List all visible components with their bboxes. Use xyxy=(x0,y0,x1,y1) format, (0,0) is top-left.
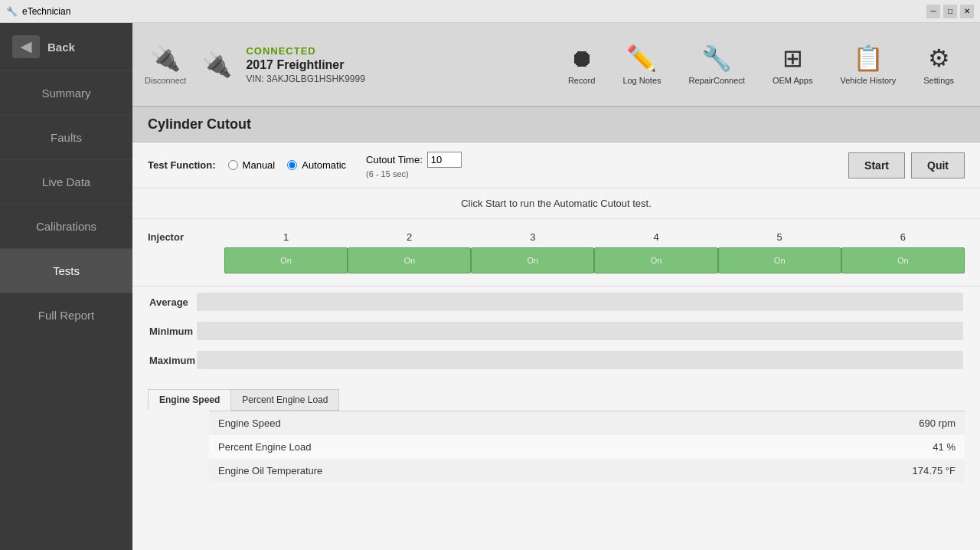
record-label: Record xyxy=(568,76,595,85)
title-bar: 🔧 eTechnician ─ □ ✕ xyxy=(0,0,980,23)
content-area: Test Function: Manual Automatic Cutout T… xyxy=(132,142,980,498)
minimize-button[interactable]: ─ xyxy=(926,5,940,18)
tab-percent-engine-load-label: Percent Engine Load xyxy=(242,394,328,405)
engine-oil-temp-label: Engine Oil Temperature xyxy=(209,459,712,483)
disconnect-icon: 🔌 xyxy=(150,44,181,73)
disconnect-icon-group[interactable]: 🔌 Disconnect xyxy=(145,44,186,85)
cutout-time-label: Cutout Time: xyxy=(366,154,423,165)
minimum-label: Minimum xyxy=(149,317,195,345)
injector-btn-2[interactable]: On xyxy=(348,247,471,273)
automatic-radio[interactable] xyxy=(287,160,297,170)
sidebar-item-summary[interactable]: Summary xyxy=(0,70,132,115)
log-notes-icon: ✏️ xyxy=(626,44,657,73)
average-label: Average xyxy=(149,288,195,316)
chart-tabs: Engine Speed Percent Engine Load xyxy=(132,383,980,411)
automatic-radio-group: Automatic xyxy=(287,159,346,171)
manual-radio-group: Manual xyxy=(228,159,276,171)
settings-icon-group[interactable]: ⚙ Settings xyxy=(910,44,968,85)
oem-apps-icon-group[interactable]: ⊞ OEM Apps xyxy=(759,44,827,85)
sidebar-item-label: Tests xyxy=(53,264,80,277)
record-icon: ⏺ xyxy=(570,44,594,73)
tab-percent-engine-load[interactable]: Percent Engine Load xyxy=(230,389,339,411)
vehicle-history-icon: 📋 xyxy=(853,44,884,73)
cutout-time-input[interactable] xyxy=(427,152,462,168)
injector-btn-1[interactable]: On xyxy=(224,247,348,273)
vehicle-history-icon-group[interactable]: 📋 Vehicle History xyxy=(826,44,910,85)
log-notes-icon-group[interactable]: ✏️ Log Notes xyxy=(609,44,675,85)
app-title: eTechnician xyxy=(22,6,70,17)
back-button[interactable]: ◀ Back xyxy=(0,23,132,70)
back-label: Back xyxy=(47,41,75,54)
maximum-label: Maximum xyxy=(149,346,195,374)
oem-apps-icon: ⊞ xyxy=(782,44,803,73)
injector-col-1: 1 xyxy=(224,231,348,247)
cutout-time-range: (6 - 15 sec) xyxy=(366,169,409,178)
average-bar-bg xyxy=(197,293,963,311)
cutout-time-row: Cutout Time: xyxy=(366,152,462,168)
sidebar-item-live-data[interactable]: Live Data xyxy=(0,159,132,204)
sidebar-item-label: Calibrations xyxy=(36,220,96,233)
data-table-section: Engine Speed 690 rpm Percent Engine Load… xyxy=(132,411,980,498)
injector-section: Injector 1 2 3 4 5 6 xyxy=(132,219,980,286)
app-layout: ◀ Back Summary Faults Live Data Calibrat… xyxy=(0,23,980,550)
injector-btn-3[interactable]: On xyxy=(471,247,594,273)
test-function-label: Test Function: xyxy=(148,159,216,171)
average-row: Average xyxy=(149,288,963,316)
manual-label[interactable]: Manual xyxy=(243,159,276,171)
minimum-bar xyxy=(197,317,963,345)
manual-radio[interactable] xyxy=(228,160,238,170)
log-notes-label: Log Notes xyxy=(622,76,661,85)
automatic-label[interactable]: Automatic xyxy=(302,159,346,171)
table-row: Engine Oil Temperature 174.75 °F xyxy=(209,459,965,483)
restore-button[interactable]: □ xyxy=(943,5,957,18)
record-icon-group[interactable]: ⏺ Record xyxy=(554,44,609,85)
close-button[interactable]: ✕ xyxy=(960,5,974,18)
sidebar-item-label: Summary xyxy=(41,87,90,100)
connection-status: CONNECTED xyxy=(246,45,554,57)
connected-plug-icon: 🔌 xyxy=(201,50,232,79)
injector-btn-6[interactable]: On xyxy=(841,247,965,273)
sidebar-item-label: Faults xyxy=(51,131,82,144)
settings-icon: ⚙ xyxy=(928,44,950,73)
test-buttons: Start Quit xyxy=(848,152,965,178)
maximum-row: Maximum xyxy=(149,346,963,374)
vehicle-vin: VIN: 3AKJGLBG1HSHK9999 xyxy=(246,74,554,84)
injector-btn-4[interactable]: On xyxy=(594,247,717,273)
cutout-time-group: Cutout Time: (6 - 15 sec) xyxy=(366,152,462,178)
engine-speed-value: 690 rpm xyxy=(712,411,965,436)
disconnect-group: 🔌 Disconnect xyxy=(145,44,186,85)
sidebar-item-label: Full Report xyxy=(38,309,94,322)
back-arrow-icon: ◀ xyxy=(12,35,40,58)
repair-connect-icon-group[interactable]: 🔧 RepairConnect xyxy=(675,44,759,85)
percent-engine-load-label: Percent Engine Load xyxy=(209,435,712,459)
settings-label: Settings xyxy=(923,76,954,85)
stats-section: Average Minimum xyxy=(132,286,980,383)
sidebar-item-faults[interactable]: Faults xyxy=(0,115,132,159)
injector-col-4: 4 xyxy=(594,231,717,247)
maximum-bar-bg xyxy=(197,351,963,369)
tab-engine-speed-label: Engine Speed xyxy=(159,394,220,405)
oem-apps-label: OEM Apps xyxy=(773,76,813,85)
right-panel: 🔌 Disconnect 🔌 CONNECTED 2017 Freightlin… xyxy=(132,23,980,550)
repair-connect-icon: 🔧 xyxy=(701,44,732,73)
tab-engine-speed[interactable]: Engine Speed xyxy=(148,389,230,411)
injector-btn-5[interactable]: On xyxy=(718,247,841,273)
vehicle-details: CONNECTED 2017 Freightliner VIN: 3AKJGLB… xyxy=(246,45,554,84)
injector-col-3: 3 xyxy=(471,231,594,247)
sidebar-item-calibrations[interactable]: Calibrations xyxy=(0,204,132,248)
info-text: Click Start to run the Automatic Cutout … xyxy=(461,198,652,209)
sidebar-item-full-report[interactable]: Full Report xyxy=(0,293,132,337)
vehicle-name: 2017 Freightliner xyxy=(246,58,554,72)
minimum-bar-bg xyxy=(197,322,963,340)
injector-table: Injector 1 2 3 4 5 6 xyxy=(148,231,965,273)
start-button[interactable]: Start xyxy=(848,152,905,178)
percent-engine-load-value: 41 % xyxy=(712,435,965,459)
page-title: Cylinder Cutout xyxy=(148,116,251,132)
sidebar-item-tests[interactable]: Tests xyxy=(0,248,132,293)
vehicle-history-label: Vehicle History xyxy=(840,76,896,85)
quit-button[interactable]: Quit xyxy=(911,152,965,178)
page-header: Cylinder Cutout xyxy=(132,107,980,142)
engine-speed-label: Engine Speed xyxy=(209,411,712,436)
disconnect-label: Disconnect xyxy=(145,76,186,85)
table-row: Engine Speed 690 rpm xyxy=(209,411,965,436)
